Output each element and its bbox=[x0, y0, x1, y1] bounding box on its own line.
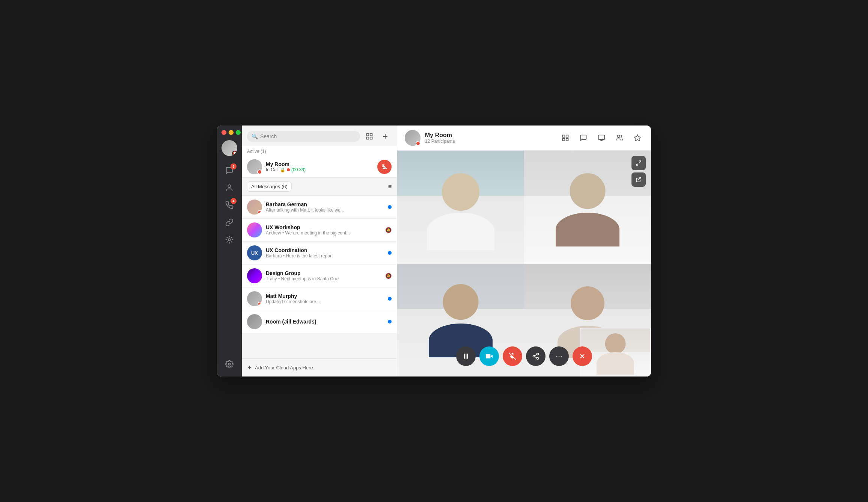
unread-indicator bbox=[388, 205, 392, 209]
svg-point-35 bbox=[556, 356, 558, 357]
call-header-info: My Room 12 Participants bbox=[425, 132, 555, 144]
active-room-status: In Call 🔒 (00:33) bbox=[266, 167, 374, 172]
unread-indicator bbox=[388, 320, 392, 324]
contact-name: Design Group bbox=[266, 270, 381, 276]
header-grid-icon[interactable] bbox=[559, 132, 571, 144]
svg-point-28 bbox=[537, 353, 539, 355]
pause-button[interactable] bbox=[456, 346, 476, 366]
message-content: Matt Murphy Updated screenshots are... bbox=[266, 293, 384, 304]
message-right: 🔕 bbox=[385, 227, 392, 233]
mute-call-button[interactable] bbox=[503, 346, 522, 366]
list-item[interactable]: UX UX Coordination Barbara • Here is the… bbox=[242, 242, 397, 265]
svg-rect-12 bbox=[563, 139, 565, 141]
svg-point-16 bbox=[617, 135, 620, 138]
traffic-lights bbox=[217, 130, 241, 135]
list-item[interactable]: Barbara German After talking with Matt, … bbox=[242, 196, 397, 219]
add-cloud-label: Add Your Cloud Apps Here bbox=[255, 365, 313, 370]
header-participants-icon[interactable] bbox=[613, 132, 625, 144]
active-room-item[interactable]: My Room In Call 🔒 (00:33) bbox=[242, 156, 397, 177]
contact-name: Room (Jill Edwards) bbox=[266, 319, 384, 325]
svg-point-30 bbox=[537, 357, 539, 359]
avatar-presence-badge bbox=[232, 151, 237, 156]
external-link-button[interactable] bbox=[631, 172, 646, 187]
svg-line-20 bbox=[638, 177, 641, 180]
list-item[interactable]: Room (Jill Edwards) bbox=[242, 310, 397, 333]
video-button[interactable] bbox=[479, 346, 499, 366]
new-chat-button[interactable] bbox=[379, 130, 392, 143]
message-preview: Updated screenshots are... bbox=[266, 299, 352, 304]
muted-icon: 🔕 bbox=[385, 227, 392, 233]
header-chat-icon[interactable] bbox=[577, 132, 589, 144]
call-dot bbox=[287, 168, 290, 171]
end-call-button[interactable] bbox=[573, 346, 592, 366]
avatar-status-badge bbox=[258, 210, 262, 215]
search-input[interactable] bbox=[260, 133, 356, 139]
sidebar-item-contacts[interactable] bbox=[222, 180, 237, 196]
avatar bbox=[247, 291, 262, 306]
room-avatar-badge bbox=[257, 169, 262, 174]
close-button[interactable] bbox=[222, 130, 226, 135]
header-star-icon[interactable] bbox=[631, 132, 643, 144]
call-header-avatar bbox=[405, 130, 420, 146]
svg-rect-4 bbox=[370, 134, 372, 136]
message-content: Design Group Tracy • Next meetup is in S… bbox=[266, 270, 381, 281]
add-cloud-apps[interactable]: ✦ Add Your Cloud Apps Here bbox=[242, 358, 397, 376]
svg-point-2 bbox=[228, 363, 231, 365]
room-avatar bbox=[247, 159, 262, 174]
call-header-avatar-badge bbox=[416, 141, 420, 146]
video-cell-1 bbox=[397, 151, 524, 264]
messages-header: All Messages (6) ≡ bbox=[242, 178, 397, 196]
avatar bbox=[247, 222, 262, 237]
sidebar-item-integrations[interactable] bbox=[222, 232, 237, 248]
call-header-actions bbox=[559, 132, 643, 144]
message-right bbox=[388, 320, 392, 324]
list-item[interactable]: Matt Murphy Updated screenshots are... bbox=[242, 287, 397, 310]
more-button[interactable] bbox=[549, 346, 569, 366]
message-content: UX Workshop Andrew • We are meeting in t… bbox=[266, 224, 381, 236]
expand-button[interactable] bbox=[631, 156, 646, 170]
phone-badge: 4 bbox=[231, 198, 237, 204]
messages-filter[interactable]: All Messages (6) bbox=[247, 181, 292, 192]
active-room-name: My Room bbox=[266, 161, 374, 167]
message-right bbox=[388, 205, 392, 209]
svg-rect-13 bbox=[598, 135, 605, 140]
svg-rect-9 bbox=[563, 135, 565, 138]
search-input-wrap[interactable]: 🔍 bbox=[247, 131, 360, 142]
svg-rect-5 bbox=[370, 137, 372, 139]
search-icon: 🔍 bbox=[252, 133, 258, 139]
svg-point-29 bbox=[533, 355, 535, 357]
avatar bbox=[247, 314, 262, 329]
active-header: Active (1) bbox=[242, 146, 397, 156]
message-right: 🔕 bbox=[385, 273, 392, 279]
sidebar-item-settings[interactable] bbox=[222, 356, 237, 372]
video-person-1 bbox=[397, 151, 524, 264]
svg-rect-11 bbox=[566, 139, 568, 141]
sidebar-item-links[interactable] bbox=[222, 215, 237, 230]
left-panel: 🔍 Active (1) bbox=[242, 126, 397, 376]
list-item[interactable]: Design Group Tracy • Next meetup is in S… bbox=[242, 265, 397, 287]
contact-name: UX Coordination bbox=[266, 247, 384, 253]
share-button[interactable] bbox=[526, 346, 546, 366]
contact-name: Barbara German bbox=[266, 201, 384, 207]
svg-point-0 bbox=[228, 185, 231, 187]
call-participants: 12 Participants bbox=[425, 139, 555, 144]
svg-rect-6 bbox=[367, 137, 369, 139]
svg-line-32 bbox=[535, 354, 537, 355]
list-item[interactable]: UX Workshop Andrew • We are meeting in t… bbox=[242, 219, 397, 242]
user-avatar[interactable] bbox=[222, 140, 237, 156]
room-button[interactable] bbox=[363, 130, 376, 143]
call-timer: (00:33) bbox=[291, 167, 306, 172]
minimize-button[interactable] bbox=[229, 130, 234, 135]
filter-icon[interactable]: ≡ bbox=[388, 183, 392, 190]
call-room-name: My Room bbox=[425, 132, 555, 139]
mute-button[interactable] bbox=[377, 160, 392, 174]
message-preview: Tracy • Next meetup is in Santa Cruz bbox=[266, 276, 352, 281]
video-area bbox=[397, 151, 651, 376]
sidebar-item-phone[interactable]: 4 bbox=[222, 197, 237, 213]
svg-marker-23 bbox=[490, 355, 493, 358]
app-window: 6 4 bbox=[217, 126, 651, 376]
maximize-button[interactable] bbox=[236, 130, 241, 135]
header-screen-icon[interactable] bbox=[595, 132, 607, 144]
sidebar-item-messages[interactable]: 6 bbox=[222, 163, 237, 178]
messages-badge: 6 bbox=[231, 163, 237, 169]
